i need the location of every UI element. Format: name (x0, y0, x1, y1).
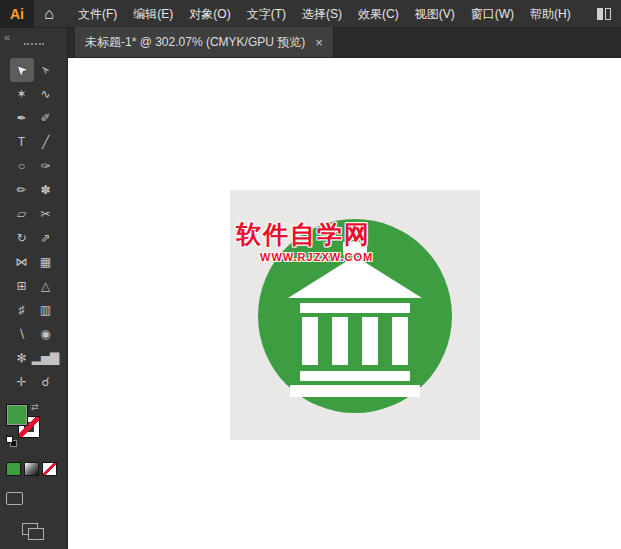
blend-tool[interactable]: ◉ (34, 322, 58, 346)
shape-builder-tool[interactable]: ⊞ (10, 274, 34, 298)
screen-mode-button[interactable] (22, 523, 46, 541)
menu-list: 文件(F) 编辑(E) 对象(O) 文字(T) 选择(S) 效果(C) 视图(V… (70, 0, 579, 28)
tool-grid: ➤ ➢ ✶ ∿ ✒ ✐ T ╱ ○ ✑ ✏ ✽ ▱ ✂ ↻ ⇗ ⋈ ▦ ⊞ △ … (10, 58, 58, 394)
menu-object[interactable]: 对象(O) (181, 0, 238, 28)
free-transform-tool[interactable]: ▦ (34, 250, 58, 274)
none-button[interactable] (42, 462, 57, 476)
color-button[interactable] (6, 462, 21, 476)
document-tab[interactable]: 未标题-1* @ 302.07% (CMYK/GPU 预览) × (75, 27, 334, 57)
illustrator-logo[interactable]: Ai (0, 0, 34, 28)
shaper-tool[interactable]: ✽ (34, 178, 58, 202)
curvature-tool[interactable]: ✐ (34, 106, 58, 130)
paintbrush-tool[interactable]: ✑ (34, 154, 58, 178)
perspective-grid-tool[interactable]: △ (34, 274, 58, 298)
eraser-tool[interactable]: ▱ (10, 202, 34, 226)
gradient-button[interactable] (24, 462, 39, 476)
type-tool[interactable]: T (10, 130, 34, 154)
width-tool[interactable]: ⋈ (10, 250, 34, 274)
workspace-panels-icon[interactable] (597, 8, 611, 20)
document-tabbar: 未标题-1* @ 302.07% (CMYK/GPU 预览) × (68, 28, 621, 58)
color-type-buttons (6, 462, 57, 476)
menubar: Ai ⌂ 文件(F) 编辑(E) 对象(O) 文字(T) 选择(S) 效果(C)… (0, 0, 621, 28)
zoom-tool[interactable]: ☌ (34, 370, 58, 394)
menu-view[interactable]: 视图(V) (407, 0, 463, 28)
selection-tool-icon: ➤ (13, 61, 30, 78)
draw-mode-button[interactable] (6, 492, 23, 505)
artboard-image[interactable]: 软件自学网 WWW.RJZXW.COM (230, 190, 480, 440)
panel-grip-handle[interactable] (24, 43, 44, 45)
menu-select[interactable]: 选择(S) (294, 0, 350, 28)
collapse-panel-icon[interactable]: « (4, 31, 10, 43)
lasso-tool[interactable]: ∿ (34, 82, 58, 106)
swap-fill-stroke-icon[interactable]: ⇄ (31, 402, 39, 412)
canvas[interactable]: 软件自学网 WWW.RJZXW.COM (68, 58, 621, 549)
symbol-sprayer-tool[interactable]: ✻ (10, 346, 34, 370)
direct-selection-tool-icon: ➢ (37, 61, 54, 78)
gradient-tool[interactable]: ▥ (34, 298, 58, 322)
pen-tool[interactable]: ✒ (10, 106, 34, 130)
watermark-site-url: WWW.RJZXW.COM (260, 251, 373, 263)
selection-tool[interactable]: ➤ (10, 58, 34, 82)
home-icon[interactable]: ⌂ (34, 0, 64, 28)
menu-window[interactable]: 窗口(W) (463, 0, 522, 28)
magic-wand-tool[interactable]: ✶ (10, 82, 34, 106)
pencil-tool[interactable]: ✏ (10, 178, 34, 202)
rotate-tool[interactable]: ↻ (10, 226, 34, 250)
menu-file[interactable]: 文件(F) (70, 0, 125, 28)
fill-stroke-controls: ⇄ (6, 404, 42, 450)
workspace: 未标题-1* @ 302.07% (CMYK/GPU 预览) × (68, 28, 621, 549)
hand-tool[interactable]: ✛ (10, 370, 34, 394)
tools-panel: « ➤ ➢ ✶ ∿ ✒ ✐ T ╱ ○ ✑ ✏ ✽ ▱ ✂ ↻ ⇗ ⋈ ▦ ⊞ … (0, 28, 68, 549)
menu-effect[interactable]: 效果(C) (350, 0, 407, 28)
mesh-tool[interactable]: ♯ (10, 298, 34, 322)
default-fill-stroke-icon[interactable] (6, 436, 18, 448)
column-graph-tool[interactable]: ▂▅▇ (34, 346, 58, 370)
watermark-site-name: 软件自学网 (236, 218, 371, 251)
scale-tool[interactable]: ⇗ (34, 226, 58, 250)
eyedropper-tool[interactable]: ∖ (10, 322, 34, 346)
ellipse-tool[interactable]: ○ (10, 154, 34, 178)
menu-help[interactable]: 帮助(H) (522, 0, 579, 28)
line-segment-tool[interactable]: ╱ (34, 130, 58, 154)
tab-close-icon[interactable]: × (315, 36, 323, 49)
direct-selection-tool[interactable]: ➢ (34, 58, 58, 82)
menu-type[interactable]: 文字(T) (239, 0, 294, 28)
scissors-tool[interactable]: ✂ (34, 202, 58, 226)
document-tab-title: 未标题-1* @ 302.07% (CMYK/GPU 预览) (85, 34, 305, 51)
fill-swatch[interactable] (6, 404, 28, 426)
menu-edit[interactable]: 编辑(E) (125, 0, 181, 28)
